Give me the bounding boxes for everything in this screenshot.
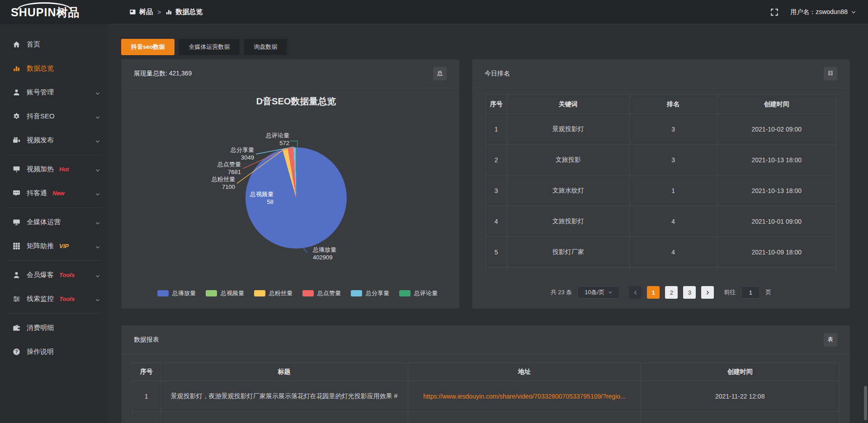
sidebar-item-all-media-operation[interactable]: 全媒体运营 — [0, 210, 108, 234]
sidebar-item-home[interactable]: 首页 — [0, 33, 108, 56]
breadcrumb-label: 数据总览 — [175, 8, 203, 16]
grid-icon — [13, 242, 20, 250]
legend-label: 总分享量 — [366, 289, 389, 297]
page-size-select[interactable]: 10条/页 — [577, 286, 620, 299]
chevron-down-icon — [95, 273, 100, 278]
breadcrumb-item-home[interactable]: 树品 — [129, 8, 153, 16]
pie-label-shares: 总分享量 3049 — [191, 146, 254, 161]
sidebar-item-video-publish[interactable]: 视频发布 — [0, 128, 108, 152]
legend-swatch — [157, 290, 169, 296]
chevron-down-icon — [95, 191, 100, 196]
sidebar-item-label: 线索监控 — [27, 295, 54, 303]
page-button-2[interactable]: 2 — [665, 286, 678, 299]
breadcrumb-item-current[interactable]: 数据总览 — [165, 8, 203, 16]
page-button-3[interactable]: 3 — [683, 286, 696, 299]
cell-index: 4 — [486, 206, 507, 237]
legend-item-shares[interactable]: 总分享量 — [351, 289, 389, 297]
next-page-button[interactable] — [701, 286, 714, 299]
pie-label-videos: 总视频量 58 — [210, 190, 274, 206]
sidebar-item-label: 数据总览 — [27, 64, 54, 73]
sidebar-divider — [7, 155, 101, 155]
wallet-icon — [13, 324, 20, 332]
sliders-icon — [13, 295, 20, 303]
legend-item-videos[interactable]: 总视频量 — [206, 289, 244, 297]
sidebar-item-douyin-seo[interactable]: 抖音SEO — [0, 104, 108, 128]
sidebar-item-label: 抖音SEO — [27, 112, 55, 121]
table-row: 1 景观投影灯，夜游景观投影灯厂家展示展示落花灯在花园里的灯光投影应用效果 # … — [132, 381, 839, 412]
sidebar-item-data-overview[interactable]: 数据总览 — [0, 56, 108, 80]
tab-douyin-seo-data[interactable]: 抖音seo数据 — [121, 39, 175, 55]
top-bar: SHUPIN树品 树品 > 数据总览 用户名：zswodun88 — [0, 0, 868, 24]
app-window: SHUPIN树品 树品 > 数据总览 用户名：zswodun88 — [0, 0, 868, 423]
hot-badge: Hot — [59, 166, 69, 173]
table-row-partial — [132, 412, 839, 423]
legend-item-plays[interactable]: 总播放量 — [157, 289, 196, 297]
tab-all-media-data[interactable]: 全媒体运营数据 — [179, 39, 240, 55]
total-toggle-button[interactable]: 总 — [433, 67, 447, 80]
chevron-down-icon — [95, 167, 100, 172]
bar-chart-icon — [13, 65, 20, 72]
sidebar-item-consumption-detail[interactable]: 消费明细 — [0, 316, 108, 340]
column-header: 地址 — [408, 363, 641, 381]
sidebar-item-label: 矩阵助推 — [27, 242, 54, 250]
chat-bubble-icon — [13, 189, 20, 197]
cell-rank: 1 — [629, 175, 717, 206]
table-row: 5 投影灯厂家 4 2021-10-09 18:00 — [486, 237, 836, 268]
legend-label: 总评论量 — [414, 289, 438, 297]
tab-inquiry-data[interactable]: 询盘数据 — [244, 39, 287, 55]
sidebar-item-matrix-boost[interactable]: 矩阵助推 VIP — [0, 234, 108, 258]
breadcrumb-label: 树品 — [139, 8, 153, 16]
chevron-left-icon — [633, 290, 638, 295]
pie-label-name: 总粉丝量 — [172, 175, 235, 183]
chart-legend: 总播放量 总视频量 总粉丝量 总点赞量 总分享量 — [157, 289, 438, 297]
day-toggle-button[interactable]: 日 — [824, 67, 837, 80]
cell-index: 1 — [486, 114, 507, 145]
sidebar-item-douketong[interactable]: 抖客通 New — [0, 181, 108, 205]
fullscreen-icon[interactable] — [770, 8, 778, 16]
legend-label: 总播放量 — [172, 289, 196, 297]
video-link[interactable]: https://www.iesdouyin.com/share/video/70… — [423, 393, 626, 400]
report-table: 序号 标题 地址 创建时间 1 景观投影灯，夜游景观投影灯厂家展示展示落花灯在花… — [132, 362, 839, 423]
goto-label: 前往 — [724, 288, 736, 296]
page-button-1[interactable]: 1 — [647, 286, 660, 299]
ranking-table: 序号 关键词 排名 创建时间 1 景观投影灯 3 2021-10-02 09:0… — [486, 94, 836, 274]
cell-created: 2021-10-02 09:00 — [717, 114, 836, 145]
table-header-row: 序号 关键词 排名 创建时间 — [486, 95, 836, 114]
home-icon — [13, 41, 20, 48]
cell-keyword: 投影灯厂家 — [507, 237, 629, 268]
cell-keyword: 文旅投影灯 — [507, 206, 629, 237]
cell-index: 5 — [486, 237, 507, 268]
sidebar-item-label: 抖客通 — [27, 189, 47, 197]
scrollbar[interactable] — [864, 386, 867, 420]
pie-label-value: 7100 — [172, 183, 235, 191]
legend-swatch — [254, 290, 265, 296]
sidebar-item-video-heating[interactable]: 视频加热 Hot — [0, 157, 108, 181]
sidebar-item-instructions[interactable]: ? 操作说明 — [0, 340, 108, 364]
cell-rank: 4 — [629, 206, 717, 237]
user-menu[interactable]: 用户名：zswodun88 — [790, 8, 856, 16]
monitor-icon — [13, 218, 20, 226]
table-row: 4 文旅投影灯 4 2021-10-01 09:00 — [486, 206, 836, 237]
report-panel: 数据报表 表 序号 标题 地址 创建时间 1 景观投影灯，夜游景观投影灯厂家展示… — [121, 325, 850, 423]
display-icon — [13, 165, 20, 173]
table-toggle-button[interactable]: 表 — [824, 333, 837, 347]
pie-label-value: 7681 — [178, 168, 241, 176]
goto-suffix: 页 — [765, 288, 771, 296]
table-row: 3 文旅水纹灯 1 2021-10-13 18:00 — [486, 175, 836, 206]
chart-title: D音SEO数据量总览 — [206, 95, 387, 108]
cell-rank: 3 — [629, 145, 717, 175]
legend-swatch — [399, 290, 410, 296]
chevron-down-icon — [95, 90, 100, 95]
sidebar-item-label: 操作说明 — [27, 348, 54, 356]
ranking-panel-title: 今日排名 — [485, 70, 510, 78]
legend-item-likes[interactable]: 总点赞量 — [302, 289, 341, 297]
sidebar-item-account-management[interactable]: 账号管理 — [0, 80, 108, 104]
legend-label: 总视频量 — [221, 289, 244, 297]
legend-item-comments[interactable]: 总评论量 — [399, 289, 438, 297]
sidebar-item-member-baoke[interactable]: 会员爆客 Tools — [0, 263, 108, 287]
prev-page-button[interactable] — [629, 286, 642, 299]
sidebar-item-clue-monitor[interactable]: 线索监控 Tools — [0, 287, 108, 311]
legend-item-fans[interactable]: 总粉丝量 — [254, 289, 292, 297]
sidebar-item-label: 消费明细 — [27, 324, 54, 332]
goto-page-input[interactable] — [741, 286, 760, 299]
